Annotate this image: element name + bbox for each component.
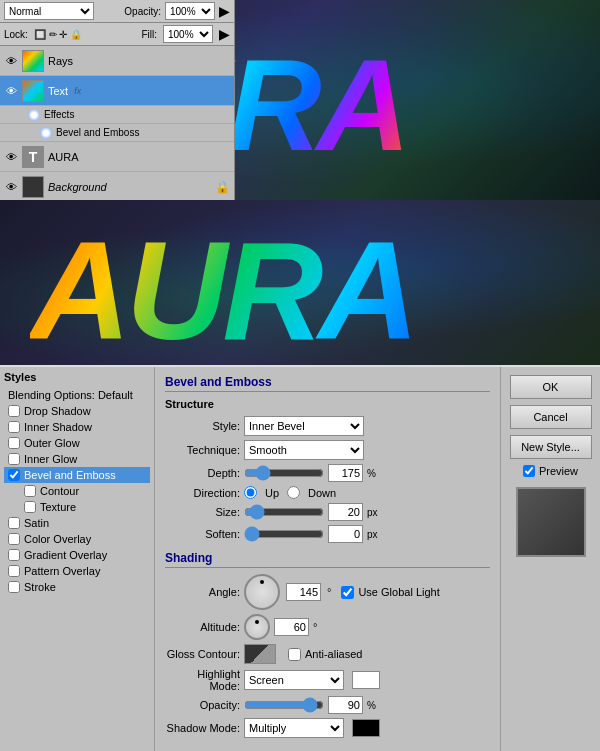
lock-icons[interactable]: 🔲 ✏ ✛ 🔒 xyxy=(34,29,82,40)
fill-arrow[interactable]: ▶ xyxy=(219,26,230,42)
style-label-stroke: Stroke xyxy=(24,581,56,593)
cb-bevel-emboss[interactable] xyxy=(8,469,20,481)
style-inner-shadow[interactable]: Inner Shadow xyxy=(4,419,150,435)
style-label-gradient-overlay: Gradient Overlay xyxy=(24,549,107,561)
cb-stroke[interactable] xyxy=(8,581,20,593)
style-color-overlay[interactable]: Color Overlay xyxy=(4,531,150,547)
row-altitude: Altitude: ° xyxy=(165,614,490,640)
depth-slider[interactable] xyxy=(244,466,324,480)
style-label-blending: Blending Options: Default xyxy=(8,389,133,401)
style-pattern-overlay[interactable]: Pattern Overlay xyxy=(4,563,150,579)
row-angle: Angle: ° Use Global Light xyxy=(165,574,490,610)
cb-inner-glow[interactable] xyxy=(8,453,20,465)
style-label-pattern-overlay: Pattern Overlay xyxy=(24,565,100,577)
cb-pattern-overlay[interactable] xyxy=(8,565,20,577)
cb-global-light[interactable] xyxy=(341,586,354,599)
altitude-unit: ° xyxy=(313,621,317,633)
blend-mode-select[interactable]: Normal xyxy=(4,2,94,20)
altitude-input[interactable] xyxy=(274,618,309,636)
direction-up-radio[interactable] xyxy=(244,486,257,499)
global-light-label: Use Global Light xyxy=(358,586,439,598)
bevel-emboss-settings: Bevel and Emboss Structure Style: Inner … xyxy=(155,367,500,751)
shadow-color-swatch[interactable] xyxy=(352,719,380,737)
altitude-dial[interactable] xyxy=(244,614,270,640)
highlight-color-swatch[interactable] xyxy=(352,671,380,689)
style-label-drop-shadow: Drop Shadow xyxy=(24,405,91,417)
style-drop-shadow[interactable]: Drop Shadow xyxy=(4,403,150,419)
size-input[interactable] xyxy=(328,503,363,521)
ok-button[interactable]: OK xyxy=(510,375,592,399)
global-light-row: Use Global Light xyxy=(341,586,439,599)
soften-slider-container: px xyxy=(244,525,387,543)
cb-inner-shadow[interactable] xyxy=(8,421,20,433)
fill-select[interactable]: 100% xyxy=(163,25,213,43)
eye-icon-text[interactable]: 👁 xyxy=(4,84,18,98)
effects-label: Effects xyxy=(44,109,74,120)
style-select[interactable]: Inner Bevel xyxy=(244,416,364,436)
angle-unit: ° xyxy=(327,586,331,598)
layer-rays[interactable]: 👁 Rays xyxy=(0,46,234,76)
layers-toolbar-1: Normal Opacity: 100% ▶ xyxy=(0,0,234,23)
style-inner-glow[interactable]: Inner Glow xyxy=(4,451,150,467)
layer-aura[interactable]: 👁 T AURA xyxy=(0,142,234,172)
size-slider[interactable] xyxy=(244,505,324,519)
style-blending-options[interactable]: Blending Options: Default xyxy=(4,387,150,403)
layer-thumb-bg xyxy=(22,176,44,198)
altitude-dot xyxy=(255,620,259,624)
style-label-inner-glow: Inner Glow xyxy=(24,453,77,465)
style-label-texture: Texture xyxy=(40,501,76,513)
eye-icon-rays[interactable]: 👁 xyxy=(4,54,18,68)
eye-icon-aura[interactable]: 👁 xyxy=(4,150,18,164)
layer-text[interactable]: 👁 Text fx xyxy=(0,76,234,106)
lock-icon-bg: 🔒 xyxy=(215,180,230,194)
shadow-select[interactable]: Multiply xyxy=(244,718,344,738)
angle-input[interactable] xyxy=(286,583,321,601)
highlight-select[interactable]: Screen xyxy=(244,670,344,690)
row-gloss: Gloss Contour: Anti-aliased xyxy=(165,644,490,664)
direction-up-label: Up xyxy=(265,487,279,499)
style-satin[interactable]: Satin xyxy=(4,515,150,531)
opacity-select[interactable]: 100% xyxy=(165,2,215,20)
style-bevel-emboss[interactable]: Bevel and Emboss xyxy=(4,467,150,483)
cb-anti-alias[interactable] xyxy=(288,648,301,661)
style-stroke[interactable]: Stroke xyxy=(4,579,150,595)
cb-satin[interactable] xyxy=(8,517,20,529)
style-outer-glow[interactable]: Outer Glow xyxy=(4,435,150,451)
style-label-bevel-emboss: Bevel and Emboss xyxy=(24,469,116,481)
cb-color-overlay[interactable] xyxy=(8,533,20,545)
size-slider-container: px xyxy=(244,503,387,521)
soften-input[interactable] xyxy=(328,525,363,543)
layer-name-text: Text xyxy=(48,85,68,97)
direction-down-label: Down xyxy=(308,487,336,499)
angle-dial[interactable] xyxy=(244,574,280,610)
technique-select[interactable]: Smooth xyxy=(244,440,364,460)
cb-preview[interactable] xyxy=(523,465,535,477)
new-style-button[interactable]: New Style... xyxy=(510,435,592,459)
cb-gradient-overlay[interactable] xyxy=(8,549,20,561)
cb-texture[interactable] xyxy=(24,501,36,513)
cb-contour[interactable] xyxy=(24,485,36,497)
gloss-swatch[interactable] xyxy=(244,644,276,664)
depth-input[interactable] xyxy=(328,464,363,482)
layer-thumb-rays xyxy=(22,50,44,72)
cb-outer-glow[interactable] xyxy=(8,437,20,449)
direction-label: Direction: xyxy=(165,487,240,499)
anti-alias-label: Anti-aliased xyxy=(305,648,362,660)
angle-row: ° xyxy=(244,574,331,610)
angle-label: Angle: xyxy=(165,586,240,598)
highlight-opacity-slider[interactable] xyxy=(244,698,324,712)
style-gradient-overlay[interactable]: Gradient Overlay xyxy=(4,547,150,563)
direction-down-radio[interactable] xyxy=(287,486,300,499)
eye-icon-background[interactable]: 👁 xyxy=(4,180,18,194)
layer-style-dialog: Styles Blending Options: Default Drop Sh… xyxy=(0,365,600,751)
cancel-button[interactable]: Cancel xyxy=(510,405,592,429)
opacity-arrow[interactable]: ▶ xyxy=(219,3,230,19)
shadow-label: Shadow Mode: xyxy=(165,722,240,734)
style-texture[interactable]: Texture xyxy=(4,499,150,515)
style-contour[interactable]: Contour xyxy=(4,483,150,499)
cb-drop-shadow[interactable] xyxy=(8,405,20,417)
layer-background[interactable]: 👁 Background 🔒 xyxy=(0,172,234,202)
soften-slider[interactable] xyxy=(244,527,324,541)
row-depth: Depth: % xyxy=(165,464,490,482)
highlight-opacity-input[interactable] xyxy=(328,696,363,714)
